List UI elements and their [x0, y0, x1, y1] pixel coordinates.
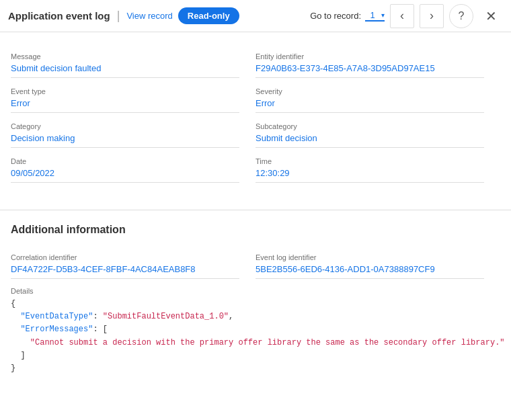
- next-button[interactable]: ›: [420, 4, 444, 28]
- header-divider: |: [117, 9, 120, 23]
- close-icon: ✕: [485, 8, 497, 24]
- help-button[interactable]: ?: [449, 4, 473, 28]
- record-number-input[interactable]: [365, 10, 380, 20]
- section-divider: [0, 210, 511, 210]
- eventlog-value: 5BE2B556-6ED6-4136-ADD1-0A7388897CF9: [256, 264, 484, 279]
- chevron-down-icon[interactable]: ▾: [381, 11, 385, 19]
- help-icon: ?: [459, 10, 465, 22]
- app-title: Application event log: [8, 10, 110, 22]
- event-type-field: Event type Error: [11, 81, 256, 116]
- eventlog-label: Event log identifier: [256, 253, 484, 261]
- entity-id-value: F29A0B63-E373-4E85-A7A8-3D95AD97AE15: [256, 63, 484, 78]
- main-content: Message Submit decision faulted Entity i…: [0, 32, 511, 196]
- prev-button[interactable]: ‹: [390, 4, 414, 28]
- category-field: Category Decision making: [11, 116, 256, 151]
- severity-label: Severity: [256, 87, 484, 95]
- readonly-button[interactable]: Read-only: [178, 7, 239, 24]
- message-label: Message: [11, 52, 239, 60]
- next-icon: ›: [430, 9, 434, 23]
- date-field: Date 09/05/2022: [11, 151, 256, 185]
- app-header: Application event log | View record Read…: [0, 0, 511, 32]
- prev-icon: ‹: [400, 9, 404, 23]
- category-label: Category: [11, 122, 239, 130]
- additional-section: Additional information Correlation ident…: [0, 224, 511, 386]
- correlation-label: Correlation identifier: [11, 253, 239, 261]
- form-grid: Message Submit decision faulted Entity i…: [11, 46, 500, 185]
- entity-id-label: Entity identifier: [256, 52, 484, 60]
- message-value: Submit decision faulted: [11, 63, 239, 78]
- severity-value: Error: [256, 98, 484, 113]
- time-field: Time 12:30:29: [256, 151, 500, 185]
- date-label: Date: [11, 157, 239, 165]
- details-content: { "EventDataType": "SubmitFaultEventData…: [11, 298, 500, 375]
- subcategory-value: Submit decision: [256, 133, 484, 148]
- eventlog-field: Event log identifier 5BE2B556-6ED6-4136-…: [256, 247, 500, 282]
- additional-form-grid: Correlation identifier DF4A722F-D5B3-4CE…: [11, 247, 500, 282]
- close-button[interactable]: ✕: [479, 4, 503, 28]
- entity-id-field: Entity identifier F29A0B63-E373-4E85-A7A…: [256, 46, 500, 81]
- correlation-field: Correlation identifier DF4A722F-D5B3-4CE…: [11, 247, 256, 282]
- additional-title: Additional information: [11, 224, 500, 236]
- details-label: Details: [11, 287, 500, 295]
- goto-record-section: Go to record: ▾: [310, 10, 385, 22]
- event-type-value: Error: [11, 98, 239, 113]
- details-section: Details { "EventDataType": "SubmitFaultE…: [11, 287, 500, 375]
- goto-record-label: Go to record:: [310, 11, 361, 21]
- event-type-label: Event type: [11, 87, 239, 95]
- view-record-link[interactable]: View record: [126, 11, 172, 21]
- category-value: Decision making: [11, 133, 239, 148]
- record-input-wrap: ▾: [365, 10, 385, 22]
- severity-field: Severity Error: [256, 81, 500, 116]
- date-value: 09/05/2022: [11, 168, 239, 183]
- subcategory-field: Subcategory Submit decision: [256, 116, 500, 151]
- subcategory-label: Subcategory: [256, 122, 484, 130]
- time-value: 12:30:29: [256, 168, 484, 183]
- time-label: Time: [256, 157, 484, 165]
- correlation-value: DF4A722F-D5B3-4CEF-8FBF-4AC84AEAB8F8: [11, 264, 239, 279]
- message-field: Message Submit decision faulted: [11, 46, 256, 81]
